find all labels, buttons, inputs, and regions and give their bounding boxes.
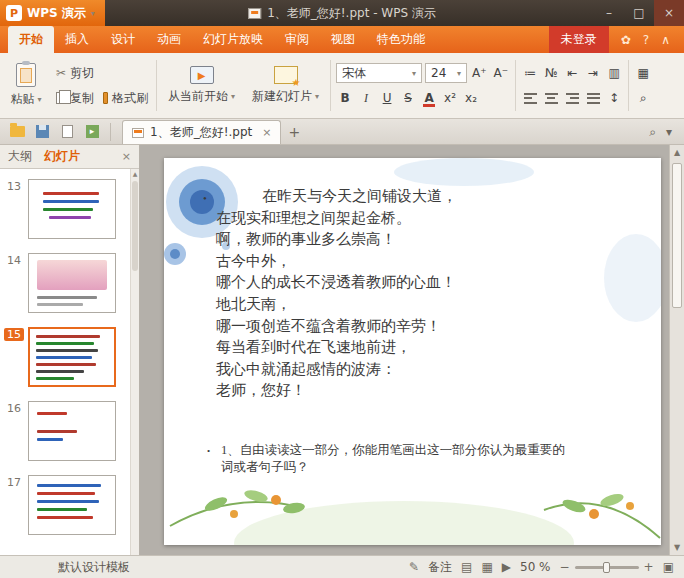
decrease-font-button[interactable]: A⁻ (492, 63, 511, 83)
tab-design[interactable]: 设计 (100, 26, 146, 53)
slide-number: 14 (0, 253, 28, 267)
italic-button[interactable]: I (357, 88, 375, 108)
increase-font-button[interactable]: A⁺ (470, 63, 489, 83)
minimize-button[interactable]: – (594, 0, 624, 26)
print-preview-button[interactable] (56, 120, 78, 142)
line-spacing-button[interactable]: ↕ (605, 88, 623, 108)
format-painter-button[interactable]: 格式刷 (100, 89, 151, 108)
close-panel-icon[interactable]: × (122, 150, 131, 163)
thumb-text-line (36, 363, 96, 366)
chevron-down-icon: ▾ (37, 95, 41, 104)
tab-outline[interactable]: 大纲 (8, 148, 32, 165)
slide-thumbnail-15-selected[interactable]: 15 (0, 327, 139, 387)
slide-layout-button[interactable]: ▦ (634, 63, 652, 83)
paste-icon (16, 63, 36, 87)
normal-view-icon[interactable]: ▤ (461, 560, 472, 574)
tab-home[interactable]: 开始 (8, 26, 54, 53)
find-button[interactable]: ⌕ (634, 88, 652, 108)
scrollbar-thumb[interactable] (132, 181, 138, 271)
save-button[interactable] (31, 120, 53, 142)
tab-slides[interactable]: 幻灯片 (44, 148, 80, 165)
tab-view[interactable]: 视图 (320, 26, 366, 53)
justify-icon (587, 93, 600, 104)
fit-to-window-icon[interactable]: ▣ (663, 560, 674, 574)
thumbnail-preview (28, 179, 116, 239)
close-button[interactable]: × (654, 0, 684, 26)
close-tab-icon[interactable]: × (262, 126, 271, 139)
tab-list-menu-icon[interactable]: ▾ (666, 125, 672, 139)
document-tab[interactable]: 1、老师_您好!.ppt × (122, 120, 281, 144)
open-file-button[interactable] (6, 120, 28, 142)
decrease-indent-button[interactable]: ⇤ (563, 63, 581, 83)
slideshow-icon[interactable]: ▶ (502, 560, 511, 574)
vertical-scrollbar[interactable]: ▲ ▼ (669, 145, 684, 555)
zoom-slider[interactable] (575, 566, 639, 569)
template-name: 默认设计模板 (58, 559, 130, 576)
align-right-icon (566, 93, 579, 104)
clipboard-group: ✂ 剪切 复制 格式刷 (53, 57, 151, 114)
tab-slideshow[interactable]: 幻灯片放映 (192, 26, 274, 53)
chevron-down-icon: ▾ (457, 69, 461, 78)
slide-body-text[interactable]: • 在昨天与今天之间铺设大道， 在现实和理想之间架起金桥。 啊，教师的事业多么崇… (216, 186, 637, 402)
poem-line: 每当看到时代在飞速地前进， (216, 337, 637, 359)
strikethrough-button[interactable]: S (399, 88, 417, 108)
subscript-button[interactable]: x₂ (462, 88, 480, 108)
thumb-text-line (37, 508, 87, 511)
sidebar-scrollbar[interactable]: ▲ (130, 169, 139, 555)
scroll-up-icon[interactable]: ▲ (670, 148, 684, 157)
zoom-out-icon[interactable]: − (560, 560, 570, 574)
align-left-button[interactable] (521, 88, 539, 108)
bold-button[interactable]: B (336, 88, 354, 108)
help-icon[interactable]: ? (643, 33, 649, 47)
scroll-up-icon[interactable]: ▲ (131, 169, 139, 179)
superscript-button[interactable]: x² (441, 88, 459, 108)
ribbon-separator (156, 60, 157, 111)
collapse-ribbon-icon[interactable]: ∧ (661, 33, 670, 47)
slide-thumbnail-14[interactable]: 14 (0, 253, 139, 313)
columns-button[interactable]: ▥ (605, 63, 623, 83)
app-menu-button[interactable]: P WPS 演示 ▾ (0, 0, 105, 26)
slide-thumbnail-17[interactable]: 17 (0, 475, 139, 535)
skin-icon[interactable]: ✿ (621, 33, 631, 47)
slide-thumbnail-13[interactable]: 13 (0, 179, 139, 239)
paste-label: 粘贴 (10, 91, 34, 108)
notes-label[interactable]: 备注 (428, 559, 452, 576)
maximize-button[interactable]: □ (624, 0, 654, 26)
statusbar-right-cluster: ✎ 备注 ▤ ▦ ▶ 50 % − + ▣ (409, 559, 674, 576)
slide-question-text[interactable]: • 1、自由读读这一部分，你能用笔画出这一部分你认为最重要的 词或者句子吗？ (221, 442, 633, 476)
play-from-current-button[interactable]: ▶ 从当前开始▾ (162, 57, 241, 114)
increase-indent-button[interactable]: ⇥ (584, 63, 602, 83)
font-color-button[interactable]: A (420, 88, 438, 108)
slide-15[interactable]: • 在昨天与今天之间铺设大道， 在现实和理想之间架起金桥。 啊，教师的事业多么崇… (164, 158, 661, 545)
ribbon-separator (515, 60, 516, 111)
scroll-down-icon[interactable]: ▼ (670, 543, 684, 552)
tab-special-features[interactable]: 特色功能 (366, 26, 436, 53)
paste-button[interactable]: 粘贴▾ (4, 57, 48, 114)
find-icon[interactable]: ⌕ (649, 125, 656, 139)
tab-review[interactable]: 审阅 (274, 26, 320, 53)
notes-icon[interactable]: ✎ (409, 560, 419, 574)
slide-thumbnail-16[interactable]: 16 (0, 401, 139, 461)
thumb-text-line (36, 377, 74, 380)
zoom-in-icon[interactable]: + (644, 560, 654, 574)
cut-button[interactable]: ✂ 剪切 (53, 64, 151, 83)
align-center-icon (545, 93, 558, 104)
new-document-tab-button[interactable]: + (284, 122, 304, 142)
justify-button[interactable] (584, 88, 602, 108)
copy-button[interactable]: 复制 (53, 89, 97, 108)
tab-animation[interactable]: 动画 (146, 26, 192, 53)
login-button[interactable]: 未登录 (549, 26, 609, 53)
zoom-slider-handle[interactable] (603, 562, 610, 573)
scrollbar-thumb[interactable] (672, 163, 682, 308)
numbered-list-button[interactable]: № (542, 63, 560, 83)
new-slide-button[interactable]: 新建幻灯片▾ (246, 57, 325, 114)
slide-sorter-icon[interactable]: ▦ (481, 560, 492, 574)
font-size-select[interactable]: 24 ▾ (425, 63, 467, 83)
align-center-button[interactable] (542, 88, 560, 108)
export-button[interactable]: ▸ (81, 120, 103, 142)
font-name-select[interactable]: 宋体 ▾ (336, 63, 422, 83)
bullet-list-button[interactable]: ≔ (521, 63, 539, 83)
align-right-button[interactable] (563, 88, 581, 108)
tab-insert[interactable]: 插入 (54, 26, 100, 53)
underline-button[interactable]: U (378, 88, 396, 108)
